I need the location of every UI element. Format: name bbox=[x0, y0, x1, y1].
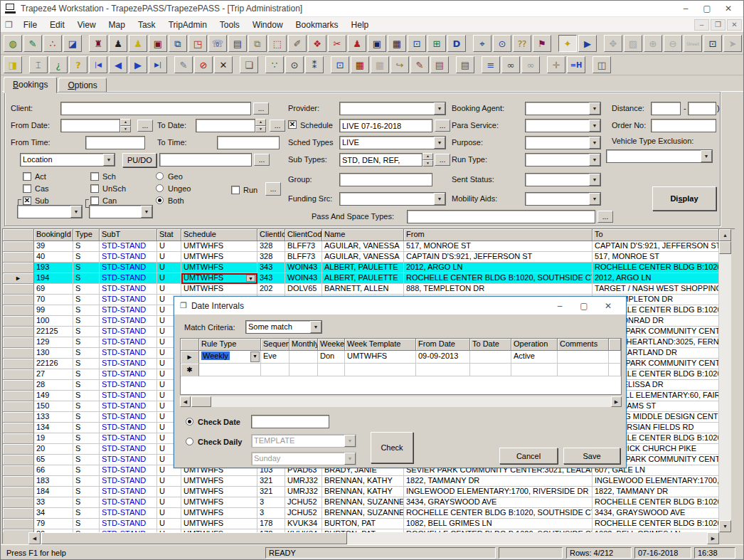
clients-icon[interactable]: ♟ bbox=[348, 35, 366, 52]
check-button[interactable]: Check bbox=[371, 432, 413, 463]
cell-bookingid[interactable]: 28 bbox=[34, 380, 73, 391]
funding-src-select[interactable]: ▼ bbox=[339, 192, 446, 206]
new-record-icon[interactable]: ❏ bbox=[240, 56, 258, 73]
globe-edit-icon[interactable]: ✎ bbox=[23, 35, 42, 52]
row-selector[interactable]: ► bbox=[3, 263, 34, 273]
buses-icon[interactable]: ⧉ bbox=[169, 35, 187, 52]
forms-icon[interactable]: ⧉ bbox=[248, 35, 267, 52]
row-selector[interactable]: ► bbox=[3, 359, 34, 369]
scroll-doc-icon[interactable]: ↪ bbox=[390, 56, 409, 73]
cell-subt[interactable]: STD-STAND bbox=[100, 327, 157, 337]
from-date-spinner[interactable]: ▲▼ bbox=[120, 119, 131, 132]
booking-agent-select[interactable]: ▼ bbox=[525, 102, 601, 115]
vehicle-query-icon[interactable]: ⁇ bbox=[513, 35, 531, 52]
week-template-cell[interactable]: UMTWHFS bbox=[345, 351, 416, 364]
delete-record-icon[interactable]: ⊘ bbox=[194, 56, 213, 73]
cell-schedule[interactable]: UMTWHFS▼ bbox=[181, 252, 257, 263]
cell-type[interactable]: S bbox=[73, 284, 100, 295]
maximize-button[interactable]: ▢ bbox=[696, 4, 718, 14]
cell-to[interactable]: CAPTAIN D'S:921, JEFFERSON ST bbox=[592, 241, 719, 252]
cell-type[interactable]: S bbox=[73, 487, 100, 497]
cell-type[interactable]: S bbox=[73, 465, 100, 476]
cell-clientid[interactable]: 321 bbox=[257, 476, 285, 487]
weekend-cell[interactable]: Don bbox=[318, 351, 345, 364]
cell-subt[interactable]: STD-STAND bbox=[100, 519, 157, 529]
cell-bookingid[interactable]: 133 bbox=[34, 412, 73, 423]
cell-subt[interactable]: STD-STAND bbox=[100, 433, 157, 444]
mobility-aids-select[interactable]: ▼ bbox=[525, 192, 601, 206]
menu-item[interactable]: Edit bbox=[43, 18, 71, 32]
cell-to[interactable]: ROCHELLE CENTER BLDG B:1020, SOUTHSIDE C… bbox=[592, 497, 719, 508]
cell-to[interactable]: 3434, GRAYSWOOD AVE bbox=[592, 508, 719, 519]
from-date-browse-button[interactable]: ... bbox=[137, 120, 153, 132]
cell-type[interactable]: S bbox=[73, 380, 100, 391]
cas-checkbox[interactable] bbox=[23, 184, 31, 193]
dialog-close-button[interactable]: ✕ bbox=[596, 301, 620, 311]
day-select[interactable]: Sunday▼ bbox=[251, 452, 356, 465]
sent-status-select[interactable]: ▼ bbox=[525, 173, 601, 186]
sub-select[interactable]: ▼ bbox=[17, 205, 83, 218]
first-record-icon[interactable]: |◀ bbox=[89, 56, 107, 73]
location-select[interactable]: Location▼ bbox=[20, 153, 115, 167]
ungeo-radio[interactable] bbox=[156, 184, 164, 192]
vscroll-thumb[interactable] bbox=[719, 241, 731, 254]
check-date-input[interactable] bbox=[251, 415, 329, 428]
cell-type[interactable]: S bbox=[73, 252, 100, 263]
table-row[interactable]: ► 183 S STD-STAND U UMTWHFS▼ 321 UMRJ32 … bbox=[3, 476, 719, 487]
cell-schedule[interactable]: UMTWHFS▼ bbox=[181, 508, 257, 519]
cell-bookingid[interactable]: 65 bbox=[34, 455, 73, 465]
cell-clientcode[interactable]: KVUK34 bbox=[285, 519, 322, 529]
order-no-input[interactable] bbox=[651, 119, 716, 132]
table-row[interactable]: ► 193 S STD-STAND U UMTWHFS▼ 343 WOIN43 … bbox=[3, 263, 719, 273]
client-browse-button[interactable]: ... bbox=[253, 102, 269, 115]
cell-bookingid[interactable]: 194 bbox=[34, 273, 73, 284]
cell-bookingid[interactable]: 149 bbox=[34, 391, 73, 401]
cell-subt[interactable]: STD-STAND bbox=[100, 348, 157, 359]
vehicle-icon[interactable]: ▣ bbox=[368, 35, 386, 52]
cell-to[interactable]: ROCHELLE CENTER BLDG B:1020, SOUTHSIDE C… bbox=[592, 263, 719, 273]
sub-types-spinner[interactable]: ▲▼ bbox=[423, 153, 433, 167]
menu-item[interactable]: Task bbox=[132, 18, 162, 32]
cell-clientid[interactable]: 178 bbox=[257, 519, 285, 529]
cell-type[interactable]: S bbox=[73, 401, 100, 412]
sch-checkbox[interactable] bbox=[90, 172, 99, 181]
cell-type[interactable]: S bbox=[73, 519, 100, 529]
current-row-arrow[interactable]: ► bbox=[181, 351, 199, 364]
cell-from[interactable]: 1822, TAMMANY DR bbox=[404, 476, 592, 487]
cell-clientid[interactable]: 343 bbox=[257, 263, 285, 273]
row-selector[interactable]: ► bbox=[3, 391, 34, 401]
vehicle-list-icon[interactable]: ▦ bbox=[388, 35, 406, 52]
table-row[interactable]: ► 33 S STD-STAND U UMTWHFS▼ 3 JCHU52 BRE… bbox=[3, 497, 719, 508]
pudo-input[interactable] bbox=[159, 153, 252, 167]
close-button[interactable]: ✕ bbox=[718, 4, 739, 14]
cell-to[interactable]: ROCHELLE CENTER BLDG B:1020, SOUTHSIDE C… bbox=[592, 519, 719, 529]
cell-type[interactable]: S bbox=[73, 263, 100, 273]
cell-bookingid[interactable]: 39 bbox=[34, 241, 73, 252]
cell-schedule[interactable]: UMTWHFS▼ bbox=[181, 519, 257, 529]
cell-clientcode[interactable]: BLFF73 bbox=[285, 252, 322, 263]
cell-bookingid[interactable]: 183 bbox=[34, 476, 73, 487]
cell-name[interactable]: BRENNAN, KATHY bbox=[322, 487, 404, 497]
to-date-input[interactable] bbox=[196, 119, 255, 132]
cell-type[interactable]: S bbox=[73, 316, 100, 327]
calendar-icon[interactable]: ▦ bbox=[351, 56, 369, 73]
run-window-icon[interactable]: ▶ bbox=[578, 35, 597, 52]
edit-record-icon[interactable]: ✎ bbox=[174, 56, 193, 73]
cell-clientid[interactable]: 343 bbox=[257, 273, 285, 284]
run-browse-button[interactable]: ... bbox=[265, 182, 281, 196]
data-d-icon[interactable]: D bbox=[447, 35, 466, 52]
both-radio[interactable] bbox=[156, 196, 164, 204]
group-icon[interactable]: ❖ bbox=[308, 35, 326, 52]
mdi-close-button[interactable]: ✕ bbox=[727, 19, 742, 31]
new-row-icon[interactable]: ✱ bbox=[181, 364, 199, 376]
cell-type[interactable]: S bbox=[73, 327, 100, 337]
pin-icon[interactable]: ✦ bbox=[558, 35, 577, 52]
row-selector[interactable]: ► bbox=[3, 508, 34, 519]
layers-icon[interactable]: ▨ bbox=[624, 35, 642, 52]
cell-subt[interactable]: STD-STAND bbox=[100, 444, 157, 455]
cell-clientcode[interactable]: JCHU52 bbox=[285, 508, 322, 519]
row-selector[interactable]: ► bbox=[3, 444, 34, 455]
table-row[interactable]: ► 40 S STD-STAND U UMTWHFS▼ 328 BLFF73 A… bbox=[3, 252, 719, 263]
cell-type[interactable]: S bbox=[73, 305, 100, 316]
run-type-select[interactable]: ▼ bbox=[525, 153, 601, 167]
